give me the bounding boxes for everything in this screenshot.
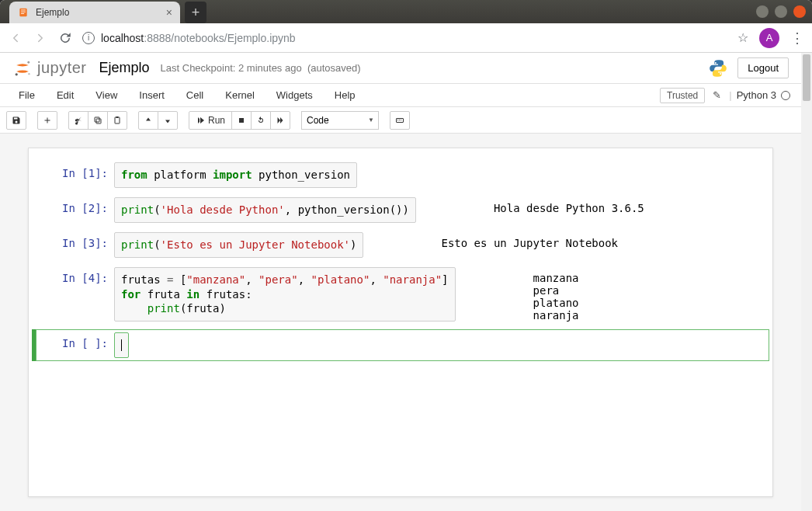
jupyter-logo-text: jupyter [37,59,87,77]
svg-rect-3 [21,13,24,14]
run-button[interactable]: Run [189,111,232,130]
forward-button[interactable] [33,30,48,46]
move-up-button[interactable] [138,111,158,130]
code-input[interactable]: frutas = ["manzana", "pera", "platano", … [114,267,456,322]
profile-avatar[interactable]: A [759,28,779,48]
svg-rect-0 [19,9,26,17]
tab-close-icon[interactable]: × [166,6,172,19]
run-label: Run [208,115,225,126]
code-input[interactable]: from platform import python_version [114,162,357,188]
cell-output: manzana pera platano naranja [533,267,579,323]
input-prompt: In [1]: [36,162,114,188]
menu-view[interactable]: View [85,86,128,104]
save-button[interactable] [6,111,26,130]
tab-title: Ejemplo [36,7,160,18]
cell-output: Hola desde Python 3.6.5 [494,197,644,216]
svg-rect-9 [115,117,120,123]
menu-cell[interactable]: Cell [175,86,214,104]
notebook-inner: In [1]:from platform import python_versi… [28,148,773,497]
svg-rect-10 [116,116,119,118]
menu-kernel[interactable]: Kernel [214,86,265,104]
browser-menu-icon[interactable]: ⋮ [790,30,804,47]
svg-point-5 [16,73,18,75]
titlebar: Ejemplo × + [0,0,812,23]
url-text: localhost:8888/notebooks/Ejemplo.ipynb [101,32,296,44]
window-controls [756,5,806,18]
browser-tab[interactable]: Ejemplo × [9,2,180,23]
reload-button[interactable] [57,30,73,46]
svg-point-6 [28,72,29,74]
input-prompt: In [ ]: [36,332,114,358]
svg-rect-8 [95,117,99,122]
scrollbar-thumb[interactable] [803,54,810,101]
python-logo-icon [708,58,728,78]
notebook-name[interactable]: Ejemplo [99,60,150,76]
interrupt-button[interactable] [231,111,252,130]
window: Ejemplo × + i localhost:8888/notebooks/E… [0,0,812,511]
minimize-button[interactable] [756,5,769,18]
edit-metadata-icon[interactable]: ✎ [710,89,724,101]
content: jupyter Ejemplo Last Checkpoint: 2 minut… [0,53,812,511]
kernel-name: Python 3 [737,89,776,101]
tab-strip: Ejemplo × + [6,0,206,23]
menu-edit[interactable]: Edit [46,86,85,104]
input-prompt: In [3]: [36,232,114,258]
addressbar: i localhost:8888/notebooks/Ejemplo.ipynb… [0,23,812,53]
copy-button[interactable] [88,111,108,130]
checkpoint-text: Last Checkpoint: 2 minutes ago (autosave… [161,62,361,74]
toolbar: Run Code [0,107,801,134]
code-cell[interactable]: In [3]:print('Esto es un Jupyter Noteboo… [32,229,769,261]
code-cell[interactable]: In [2]:print('Hola desde Python', python… [32,194,769,226]
command-palette-button[interactable] [390,111,410,130]
trusted-badge[interactable]: Trusted [660,88,705,103]
svg-rect-2 [21,12,26,12]
site-info-icon[interactable]: i [82,32,95,44]
svg-rect-13 [397,120,398,120]
logout-button[interactable]: Logout [737,57,789,78]
code-input[interactable] [114,332,129,358]
restart-button[interactable] [251,111,271,130]
input-prompt: In [2]: [36,197,114,223]
close-window-button[interactable] [793,5,806,18]
menu-insert[interactable]: Insert [128,86,175,104]
svg-rect-1 [21,10,26,11]
code-input[interactable]: print('Esto es un Jupyter Notebook') [114,232,363,258]
restart-run-all-button[interactable] [270,111,290,130]
menu-widgets[interactable]: Widgets [265,86,324,104]
input-prompt: In [4]: [36,267,114,323]
svg-rect-14 [399,120,400,120]
code-cell[interactable]: In [1]:from platform import python_versi… [32,159,769,191]
menu-file[interactable]: File [8,86,46,104]
move-down-button[interactable] [158,111,178,130]
maximize-button[interactable] [775,5,787,18]
bookmark-icon[interactable]: ☆ [737,30,748,45]
notebook-favicon [17,6,29,19]
code-input[interactable]: print('Hola desde Python', python_versio… [114,197,416,223]
cell-type-select[interactable]: Code [301,111,379,130]
code-cell[interactable]: In [ ]: [32,329,769,361]
svg-rect-7 [96,119,101,123]
menu-help[interactable]: Help [324,86,366,104]
kernel-status-icon [781,91,790,100]
kernel-indicator[interactable]: Python 3 [737,89,793,101]
jupyter-header: jupyter Ejemplo Last Checkpoint: 2 minut… [0,53,801,84]
jupyter-logo[interactable]: jupyter [12,58,87,78]
jupyter-logo-icon [12,58,33,78]
notebook-body: In [1]:from platform import python_versi… [0,134,801,511]
svg-point-4 [27,61,29,63]
cell-output: Esto es un Jupyter Notebook [441,232,618,251]
svg-rect-15 [401,120,401,120]
insert-cell-button[interactable] [37,111,57,130]
url-box[interactable]: i localhost:8888/notebooks/Ejemplo.ipynb [82,32,728,44]
svg-rect-11 [239,118,244,123]
menubar: File Edit View Insert Cell Kernel Widget… [0,84,801,107]
new-tab-button[interactable]: + [185,2,206,23]
code-cell[interactable]: In [4]:frutas = ["manzana", "pera", "pla… [32,264,769,326]
cut-button[interactable] [68,111,88,130]
paste-button[interactable] [107,111,127,130]
scrollbar[interactable] [801,53,812,511]
back-button[interactable] [8,30,23,46]
